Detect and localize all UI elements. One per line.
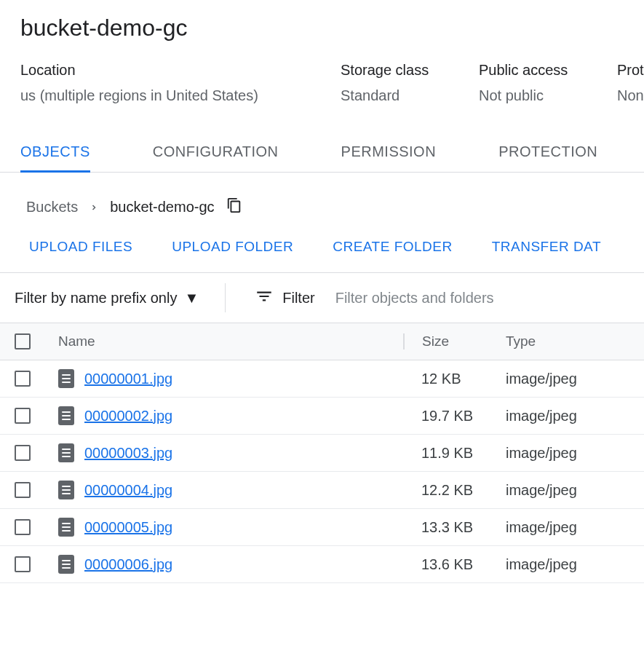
file-link[interactable]: 00000006.jpg <box>84 556 172 573</box>
filter-row: Filter by name prefix only ▼ Filter <box>0 273 644 323</box>
filter-input[interactable] <box>335 290 629 307</box>
row-checkbox[interactable] <box>15 408 31 424</box>
table-row: 00000003.jpg 11.9 KB image/jpeg <box>0 435 644 472</box>
file-type: image/jpeg <box>506 408 577 424</box>
select-all-checkbox[interactable] <box>15 333 31 349</box>
tab-protection[interactable]: PROTECTION <box>498 133 597 172</box>
file-icon <box>58 369 74 388</box>
meta-row: Location us (multiple regions in United … <box>20 62 624 104</box>
row-checkbox[interactable] <box>15 371 31 387</box>
row-checkbox[interactable] <box>15 482 31 498</box>
transfer-data-button[interactable]: TRANSFER DAT <box>492 239 601 255</box>
file-link[interactable]: 00000002.jpg <box>84 408 172 424</box>
meta-storage-class-value: Standard <box>341 87 450 104</box>
filter-label: Filter <box>282 290 314 307</box>
file-type: image/jpeg <box>506 556 577 572</box>
objects-table: Name Size Type 00000001.jpg 12 KB image/… <box>0 323 644 583</box>
upload-files-button[interactable]: UPLOAD FILES <box>29 239 132 255</box>
row-checkbox[interactable] <box>15 519 31 535</box>
file-icon <box>58 443 74 462</box>
table-row: 00000004.jpg 12.2 KB image/jpeg <box>0 472 644 509</box>
meta-public-access-value: Not public <box>479 87 588 104</box>
table-header: Name Size Type <box>0 323 644 360</box>
file-size: 19.7 KB <box>421 408 473 424</box>
file-type: image/jpeg <box>506 519 577 535</box>
tab-objects[interactable]: OBJECTS <box>20 133 90 173</box>
meta-protection-value: None <box>617 87 644 104</box>
file-link[interactable]: 00000005.jpg <box>84 519 172 536</box>
breadcrumb-root[interactable]: Buckets <box>26 199 78 216</box>
dropdown-arrow-icon: ▼ <box>184 290 199 307</box>
file-size: 13.3 KB <box>421 519 473 535</box>
breadcrumb: Buckets bucket-demo-gc <box>0 173 644 217</box>
file-size: 11.9 KB <box>421 445 473 461</box>
filter-icon <box>255 287 274 309</box>
file-link[interactable]: 00000004.jpg <box>84 482 172 499</box>
meta-public-access-label: Public access <box>479 62 588 79</box>
divider <box>225 283 226 312</box>
row-checkbox[interactable] <box>15 556 31 572</box>
copy-icon[interactable] <box>226 197 242 217</box>
file-link[interactable]: 00000003.jpg <box>84 445 172 462</box>
filter-prefix-dropdown[interactable]: Filter by name prefix only ▼ <box>15 290 210 307</box>
tab-configuration[interactable]: CONFIGURATION <box>153 133 279 172</box>
col-header-size[interactable]: Size <box>422 333 449 349</box>
breadcrumb-current: bucket-demo-gc <box>110 199 214 216</box>
table-row: 00000006.jpg 13.6 KB image/jpeg <box>0 546 644 583</box>
chevron-right-icon <box>90 199 98 216</box>
file-icon <box>58 406 74 425</box>
file-link[interactable]: 00000001.jpg <box>84 371 172 387</box>
meta-protection-label: Protec <box>617 62 644 79</box>
table-row: 00000002.jpg 19.7 KB image/jpeg <box>0 398 644 435</box>
row-checkbox[interactable] <box>15 445 31 461</box>
file-icon <box>58 555 74 574</box>
filter-dropdown-label: Filter by name prefix only <box>15 290 177 307</box>
table-row: 00000001.jpg 12 KB image/jpeg <box>0 360 644 398</box>
meta-location-label: Location <box>20 62 311 79</box>
action-row: UPLOAD FILES UPLOAD FOLDER CREATE FOLDER… <box>0 217 644 273</box>
tab-permission[interactable]: PERMISSION <box>341 133 437 172</box>
file-icon <box>58 518 74 537</box>
col-header-type[interactable]: Type <box>506 333 536 349</box>
col-header-name[interactable]: Name <box>58 333 95 349</box>
file-size: 12 KB <box>421 371 461 387</box>
file-size: 13.6 KB <box>421 556 473 572</box>
meta-storage-class-label: Storage class <box>341 62 450 79</box>
create-folder-button[interactable]: CREATE FOLDER <box>333 239 453 255</box>
file-type: image/jpeg <box>506 482 577 498</box>
file-icon <box>58 481 74 499</box>
meta-location-value: us (multiple regions in United States) <box>20 87 311 104</box>
table-row: 00000005.jpg 13.3 KB image/jpeg <box>0 509 644 546</box>
tabs: OBJECTS CONFIGURATION PERMISSION PROTECT… <box>0 133 644 173</box>
upload-folder-button[interactable]: UPLOAD FOLDER <box>172 239 293 255</box>
file-size: 12.2 KB <box>421 482 473 498</box>
file-type: image/jpeg <box>506 445 577 461</box>
file-type: image/jpeg <box>506 371 577 387</box>
page-title: bucket-demo-gc <box>20 15 624 42</box>
